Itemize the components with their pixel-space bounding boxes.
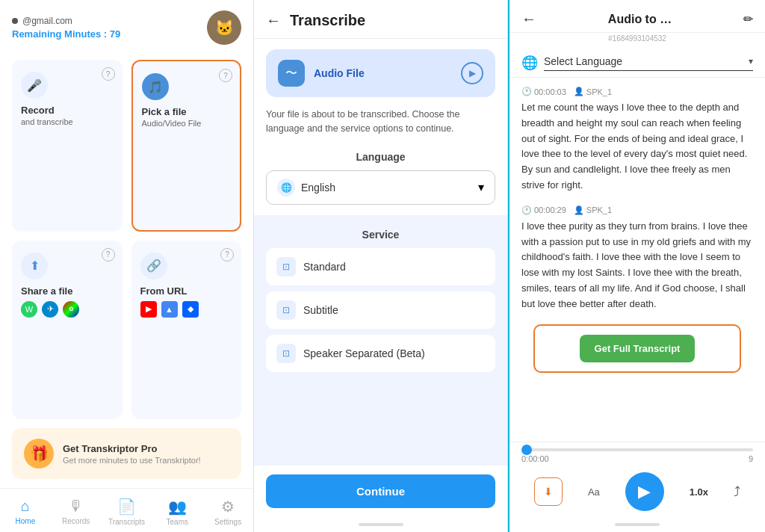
nav-settings[interactable]: ⚙ Settings <box>202 495 253 529</box>
remaining-minutes: Remaining Minutes : 79 <box>12 28 120 40</box>
font-size-button[interactable]: Aa <box>588 486 600 498</box>
promo-text: Get Transkriptor Pro Get more minutes to… <box>63 443 201 465</box>
timestamp-1: 🕐 00:00:03 <box>521 87 566 96</box>
promo-subtitle: Get more minutes to use Transkriptor! <box>63 456 201 465</box>
service-speaker-icon: ⊡ <box>276 344 296 363</box>
share-button[interactable]: ⤴ <box>734 484 740 500</box>
nav-teams-label: Teams <box>167 518 188 526</box>
edit-icon[interactable]: ✏ <box>743 12 753 26</box>
clock-icon: 🕐 <box>521 87 532 96</box>
service-section-label: Service <box>266 229 495 241</box>
share-icon: ⬆ <box>21 253 48 279</box>
language-dropdown[interactable]: 🌐 English ▾ <box>266 170 495 205</box>
audio-controls: ⬇ Aa ▶ 1.0x ⤴ <box>510 466 765 520</box>
audio-file-name: Audio File <box>314 67 365 79</box>
language-section-label: Language <box>254 151 507 163</box>
clock-icon-2: 🕐 <box>521 205 532 215</box>
speed-button[interactable]: 1.0x <box>690 486 708 498</box>
status-dot <box>12 18 18 24</box>
get-full-transcript-button[interactable]: Get Full Transcript <box>580 335 696 362</box>
help-icon-2[interactable]: ? <box>219 69 232 82</box>
grid-item-url[interactable]: ? 🔗 From URL ▶ ▲ ◆ <box>131 241 242 420</box>
help-icon-3[interactable]: ? <box>102 248 115 262</box>
telegram-icon: ✈ <box>42 301 58 318</box>
file-id: #1684993104532 <box>510 33 765 49</box>
promo-title: Get Transkriptor Pro <box>63 443 201 454</box>
pick-file-sublabel: Audio/Video File <box>142 119 202 128</box>
record-icon: 🎤 <box>21 72 48 99</box>
progress-dot <box>521 445 532 455</box>
service-standard-icon: ⊡ <box>276 257 296 276</box>
panel-transcribe: ← Transcribe 〜 Audio File ▶ Your file is… <box>254 0 508 532</box>
service-speaker-label: Speaker Separated (Beta) <box>303 347 425 359</box>
speaker-1: 👤 SPK_1 <box>574 87 612 96</box>
bottom-navigation: ⌂ Home 🎙 Records 📄 Transcripts 👥 Teams ⚙… <box>0 488 253 532</box>
globe-icon: 🌐 <box>521 55 538 71</box>
progress-time-start: 0:00:00 <box>521 454 549 463</box>
continue-button[interactable]: Continue <box>266 474 495 508</box>
header-left: @gmail.com Remaining Minutes : 79 <box>12 16 120 40</box>
download-icon: ⬇ <box>544 486 553 498</box>
audio-file-left: 〜 Audio File <box>278 60 365 87</box>
share-icon: ⤴ <box>734 484 740 499</box>
transcript-entry-2: 🕐 00:00:29 👤 SPK_1 I love thee purity as… <box>521 205 753 312</box>
waveform-icon: 〜 <box>278 60 305 87</box>
panel3-bottom-bar <box>615 523 660 526</box>
transcribe-back-button[interactable]: ← <box>266 12 281 29</box>
transcript-body: 🕐 00:00:03 👤 SPK_1 Let me count the ways… <box>510 78 765 442</box>
nav-home[interactable]: ⌂ Home <box>0 495 51 529</box>
service-option-speaker[interactable]: ⊡ Speaker Separated (Beta) <box>266 335 495 372</box>
user-icon-2: 👤 <box>574 205 584 215</box>
speaker-2: 👤 SPK_1 <box>574 205 612 215</box>
transcribe-header: ← Transcribe <box>254 0 507 39</box>
audio-file-card: 〜 Audio File ▶ <box>266 49 495 97</box>
transcribe-hint: Your file is about to be transcribed. Ch… <box>254 108 507 136</box>
download-button[interactable]: ⬇ <box>534 477 563 506</box>
nav-teams[interactable]: 👥 Teams <box>152 495 202 529</box>
nav-transcripts[interactable]: 📄 Transcripts <box>102 495 152 529</box>
get-transcript-wrapper: Get Full Transcript <box>533 324 741 373</box>
record-sublabel: and transcribe <box>21 117 73 126</box>
user-icon: 👤 <box>574 87 584 96</box>
share-label: Share a file <box>21 285 72 297</box>
help-icon-4[interactable]: ? <box>220 248 234 262</box>
nav-records[interactable]: 🎙 Records <box>51 495 102 529</box>
audio-progress-section: 0:00:00 9 <box>510 442 765 466</box>
records-nav-icon: 🎙 <box>69 498 84 515</box>
promo-banner[interactable]: 🎁 Get Transkriptor Pro Get more minutes … <box>12 428 241 479</box>
transcript-text-2: I love thee purity as they turn from bra… <box>521 219 753 312</box>
home-header: @gmail.com Remaining Minutes : 79 🐱 <box>0 0 253 51</box>
select-language-label: Select Language <box>544 55 744 67</box>
youtube-icon: ▶ <box>140 301 157 318</box>
home-nav-icon: ⌂ <box>21 498 30 515</box>
user-avatar[interactable]: 🐱 <box>207 10 241 45</box>
language-selector[interactable]: Select Language ▾ <box>544 55 753 71</box>
url-label: From URL <box>140 285 188 297</box>
service-option-subtitle[interactable]: ⊡ Subtitle <box>266 291 495 329</box>
pick-file-label: Pick a file <box>142 106 187 117</box>
audio-play-button[interactable]: ▶ <box>461 62 483 84</box>
transcript-meta-1: 🕐 00:00:03 👤 SPK_1 <box>521 87 753 96</box>
language-select-inner: 🌐 English <box>277 179 335 197</box>
help-icon[interactable]: ? <box>102 67 115 81</box>
transcript-title: Audio to … <box>608 13 672 26</box>
dropbox-icon: ◆ <box>182 301 199 318</box>
nav-settings-label: Settings <box>214 518 241 526</box>
grid-item-pick-file[interactable]: ? 🎵 Pick a file Audio/Video File <box>131 60 242 232</box>
panel2-bottom-bar <box>359 523 403 526</box>
action-grid: ? 🎤 Record and transcribe ? 🎵 Pick a fil… <box>0 51 253 428</box>
selected-language: English <box>301 182 335 194</box>
pick-file-icon: 🎵 <box>142 73 169 100</box>
nav-transcripts-label: Transcripts <box>108 518 145 526</box>
url-icon: 🔗 <box>140 253 167 279</box>
grid-item-record[interactable]: ? 🎤 Record and transcribe <box>12 60 123 232</box>
grid-item-share[interactable]: ? ⬆ Share a file W ✈ ✿ <box>12 241 123 420</box>
play-button[interactable]: ▶ <box>625 472 664 511</box>
email-row: @gmail.com <box>12 16 120 26</box>
service-option-standard[interactable]: ⊡ Standard <box>266 248 495 285</box>
transcript-back-button[interactable]: ← <box>521 10 536 28</box>
language-chevron-icon: ▾ <box>749 56 753 66</box>
progress-bar[interactable] <box>521 448 753 451</box>
dropdown-chevron-icon: ▾ <box>478 180 484 194</box>
nav-home-label: Home <box>16 517 36 525</box>
